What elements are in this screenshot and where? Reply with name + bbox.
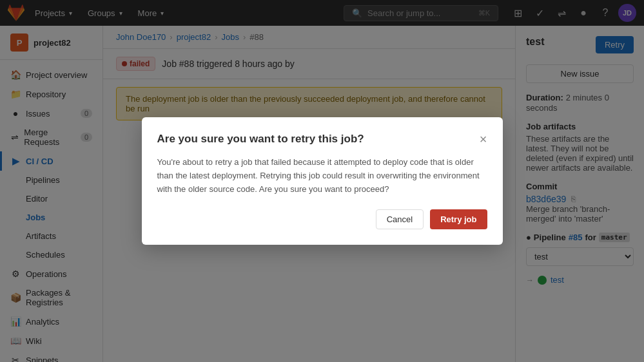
modal-header: Are you sure you want to retry this job?… [157,133,487,146]
modal-close-button[interactable]: × [480,133,487,146]
modal-dialog: Are you sure you want to retry this job?… [142,117,503,244]
modal-retry-confirm-button[interactable]: Retry job [430,209,487,229]
modal-overlay[interactable]: Are you sure you want to retry this job?… [0,0,644,362]
modal-footer: Cancel Retry job [157,209,487,229]
modal-title: Are you sure you want to retry this job? [157,133,364,146]
modal-body: You're about to retry a job that failed … [157,156,487,196]
modal-cancel-button[interactable]: Cancel [376,209,424,229]
